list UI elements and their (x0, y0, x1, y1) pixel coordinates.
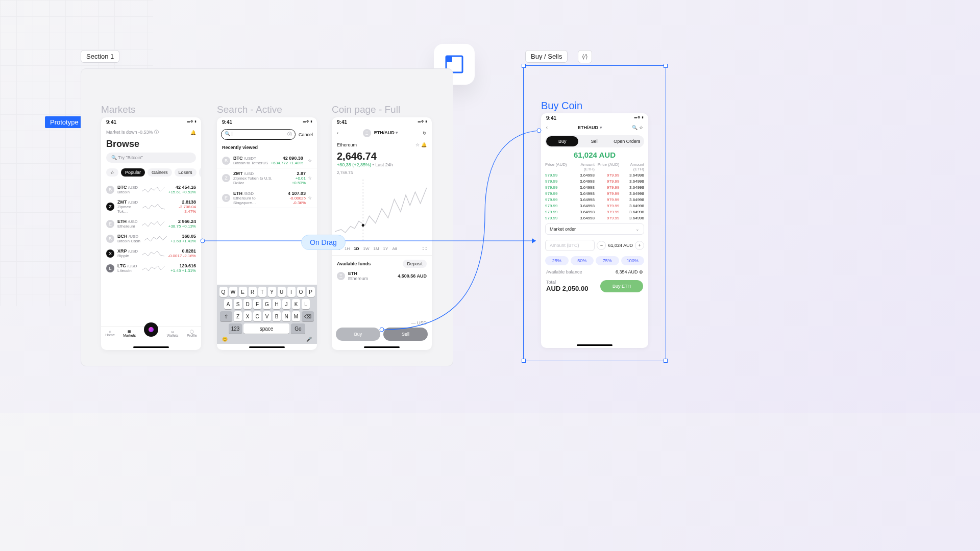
key-l[interactable]: L (302, 299, 310, 309)
order-type-select[interactable]: Market order⌄ (545, 223, 644, 235)
search-title: Search - Active (217, 104, 282, 115)
history-icon[interactable]: ↻ (423, 131, 427, 136)
market-row[interactable]: Z ZMT /USDZipmex Tok… 2.8138-3 708.04 -3… (101, 197, 201, 216)
status-icons: ••• ᯤ ▮ (187, 119, 196, 125)
star-icon[interactable]: ☆ (308, 176, 312, 181)
key-q[interactable]: Q (219, 287, 228, 297)
info-icon[interactable]: ⓘ (154, 130, 159, 135)
amount-input[interactable]: Amount (BTC) (545, 240, 595, 251)
key-w[interactable]: W (229, 287, 237, 297)
star-icon[interactable]: ☆ (308, 195, 312, 201)
total-value: AUD 2,050.00 (546, 285, 588, 292)
coin-title: Coin page - Full (332, 104, 400, 115)
search-row[interactable]: Z ZMT /USDZipmex Token to U.S. Dollar 2.… (217, 168, 317, 188)
resize-handle[interactable] (522, 359, 526, 363)
search-icon[interactable]: 🔍 (632, 125, 638, 130)
clear-icon[interactable]: ⓧ (287, 131, 292, 138)
tab-buy[interactable]: Buy (546, 136, 578, 146)
buysells-label[interactable]: Buy / Sells (525, 50, 568, 63)
key-s[interactable]: S (234, 299, 242, 309)
plus-small-icon[interactable]: ⊕ (639, 269, 643, 274)
market-row[interactable]: B BCH /USDBitcoin Cash 368.05+3.68 +1.43… (101, 231, 201, 246)
interaction-label[interactable]: On Drag (301, 235, 346, 250)
shift-key[interactable]: ⇧ (220, 311, 232, 321)
tab-openorders[interactable]: Open Orders (611, 136, 643, 146)
key-t[interactable]: T (258, 287, 266, 297)
key-d[interactable]: D (243, 299, 252, 309)
resize-handle[interactable] (664, 359, 668, 363)
back-icon[interactable]: ‹ (546, 125, 548, 130)
key-g[interactable]: G (263, 299, 271, 309)
key-c[interactable]: C (253, 311, 261, 321)
trade-fab[interactable] (144, 322, 158, 337)
key-p[interactable]: P (307, 287, 315, 297)
key-z[interactable]: Z (234, 311, 242, 321)
search-row[interactable]: B BTC /USDTBitcoin to TetherUS 42 890.38… (217, 153, 317, 168)
chip-losers[interactable]: Losers (175, 168, 197, 177)
chip-24hvol[interactable]: 24h Vol (199, 166, 201, 179)
star-icon[interactable]: ☆ (639, 125, 643, 130)
key-h[interactable]: H (273, 299, 281, 309)
key-b[interactable]: B (273, 311, 281, 321)
tab-wallets[interactable]: ▭Wallets (167, 330, 179, 344)
key-n[interactable]: N (282, 311, 290, 321)
buy-button[interactable]: Buy (336, 328, 380, 341)
numbers-key[interactable]: 123 (229, 323, 242, 334)
go-key[interactable]: Go (291, 323, 305, 334)
tab-markets[interactable]: ▦Markets (123, 330, 136, 344)
key-y[interactable]: Y (268, 287, 276, 297)
chip-popular[interactable]: Popular (121, 168, 145, 177)
key-r[interactable]: R (249, 287, 257, 297)
price-chart[interactable] (332, 175, 432, 246)
range-selector[interactable]: ⊞ 1H 1D 1W 1M 1Y All ⛶ (332, 246, 432, 251)
key-x[interactable]: X (243, 311, 252, 321)
resize-handle[interactable] (664, 64, 668, 68)
minus-icon[interactable]: − (597, 241, 606, 250)
chevron-down-icon[interactable]: ▾ (600, 125, 602, 130)
search-input[interactable]: 🔍 Try "Bitcoin" (106, 153, 196, 163)
search-row[interactable]: E ETH /SGDEthereum to Singapore… 4 107.0… (217, 188, 317, 208)
star-icon[interactable]: ☆ (308, 158, 312, 163)
key-k[interactable]: K (292, 299, 300, 309)
buy-sell-tabs[interactable]: Buy Sell Open Orders (545, 135, 644, 147)
tab-profile[interactable]: ◯Profile (187, 330, 197, 344)
key-j[interactable]: J (282, 299, 290, 309)
market-row[interactable]: E ETH /USDEthereum 2 966.24+38.75 +0.13% (101, 216, 201, 231)
market-row[interactable]: X XRP /USDRipple 0.8281-0.0017 -2.16% (101, 246, 201, 261)
space-key[interactable]: space (243, 323, 289, 334)
star-icon[interactable]: ☆ (415, 142, 420, 147)
tab-sell[interactable]: Sell (578, 136, 610, 146)
market-row[interactable]: B BTC /USDBitcoin 42 454.16+15.61 +0.53% (101, 182, 201, 197)
key-u[interactable]: U (278, 287, 286, 297)
percent-shortcuts[interactable]: 25% 50% 75% 100% (541, 253, 648, 268)
resize-handle[interactable] (522, 64, 526, 68)
key-i[interactable]: I (287, 287, 296, 297)
key-v[interactable]: V (263, 311, 271, 321)
search-field[interactable]: 🔍 |ⓧ (221, 129, 296, 140)
expand-icon[interactable]: ⛶ (423, 246, 427, 251)
back-icon[interactable]: ‹ (337, 131, 338, 136)
market-row[interactable]: L LTC /USDLitecoin 120.616+1.45 +1.31% (101, 261, 201, 276)
plus-icon[interactable]: + (635, 241, 644, 250)
cancel-link[interactable]: Cancel (299, 132, 313, 137)
backspace-key[interactable]: ⌫ (302, 311, 314, 321)
bell-icon[interactable]: 🔔 (190, 130, 196, 135)
chip-gainers[interactable]: Gainers (148, 168, 172, 177)
section-label[interactable]: Section 1 (81, 50, 119, 63)
star-chip[interactable]: ☆ (106, 168, 118, 177)
key-a[interactable]: A (224, 299, 232, 309)
key-m[interactable]: M (292, 311, 300, 321)
code-icon[interactable]: ⟨⁄⟩ (578, 50, 592, 63)
keyboard[interactable]: QWERTYUIOP ASDFGHJKL ⇧ZXCVBNM⌫ 123 space… (217, 285, 317, 344)
buy-eth-button[interactable]: Buy ETH (600, 280, 643, 292)
sell-button[interactable]: Sell (383, 328, 428, 341)
key-e[interactable]: E (239, 287, 247, 297)
mic-icon[interactable]: 🎤 (306, 337, 312, 342)
deposit-button[interactable]: Deposit (403, 260, 427, 268)
emoji-icon[interactable]: 😊 (222, 337, 228, 342)
key-f[interactable]: F (253, 299, 261, 309)
chevron-down-icon[interactable]: ▾ (396, 130, 398, 135)
key-o[interactable]: O (297, 287, 305, 297)
alert-icon[interactable]: 🔔 (421, 142, 427, 147)
tab-home[interactable]: ⌂Home (105, 330, 115, 344)
